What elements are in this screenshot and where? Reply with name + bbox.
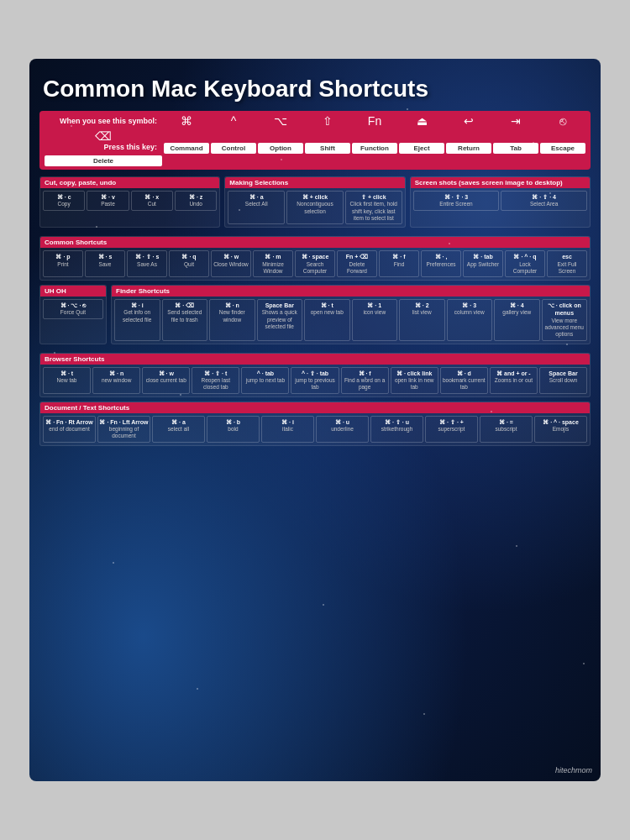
browser-title: Browser Shortcuts — [40, 354, 590, 365]
sc-br-newwin: ⌘ · nnew window — [92, 367, 140, 394]
symbol-header: When you see this symbol: ⌘ ^ ⌥ ⇧ Fn ⏏ ↩… — [45, 114, 585, 143]
shortcut-screen3: ⌘ · ⇧ · 3 Entire Screen — [413, 191, 500, 211]
key-option: Option — [258, 143, 303, 154]
poster: Common Mac Keyboard Shortcuts When you s… — [29, 59, 601, 781]
key-function: Function — [352, 143, 397, 154]
shortcut-selectall-key: ⌘ · a — [229, 193, 283, 201]
sc-delfwd: Fn + ⌫Delete Forward — [337, 250, 377, 277]
symbol-fn: Fn — [352, 114, 397, 128]
sc-forcequit: ⌘ · ⌥ · ⎋ Force Quit — [43, 299, 103, 319]
sc-br-zoom: ⌘ and + or -Zooms in or out — [490, 367, 538, 394]
shortcut-shiftclick: ⇧ + click Click first item, hold shift k… — [345, 191, 402, 224]
sc-advmenus: ⌥ · click on menusView more advanced men… — [542, 299, 588, 341]
sc-colview: ⌘ · 3column view — [447, 299, 493, 341]
sc-br-reopentab: ⌘ · ⇧ · tReopen last closed tab — [192, 367, 239, 394]
shortcut-selectall: ⌘ · a Select All — [228, 191, 285, 224]
symbol-row: When you see this symbol: ⌘ ^ ⌥ ⇧ Fn ⏏ ↩… — [39, 111, 591, 170]
selections-section: Making Selections ⌘ · a Select All ⌘ + c… — [224, 176, 405, 228]
sc-doc-strike: ⌘ · ⇧ · ustrikethrough — [370, 416, 423, 443]
common-shortcuts-title: Common Shortcuts — [40, 237, 590, 248]
sc-prefs: ⌘ · ,Preferences — [421, 250, 461, 277]
sc-preview: Space BarShows a quick preview of select… — [257, 299, 303, 341]
press-label: Press this key: — [45, 143, 162, 154]
shortcut-screen4-key: ⌘ · ⇧ · 4 — [502, 193, 585, 201]
cut-copy-shortcuts: ⌘ · c Copy ⌘ · v Paste ⌘ · x Cut ⌘ · z U… — [43, 191, 217, 211]
finder-shortcuts-list: ⌘ · iGet info on selected file ⌘ · ⌫Send… — [114, 299, 587, 341]
symbol-esc: ⎋ — [540, 114, 585, 128]
sc-listview: ⌘ · 2list view — [399, 299, 445, 341]
sc-doc-underline: ⌘ · uunderline — [316, 416, 369, 443]
browser-shortcuts-list: ⌘ · tNew tab ⌘ · nnew window ⌘ · wclose … — [43, 367, 587, 394]
key-command: Command — [164, 143, 209, 154]
sc-saveas: ⌘ · ⇧ · sSave As — [127, 250, 167, 277]
shortcut-screen3-label: Entire Screen — [415, 201, 498, 207]
key-delete: Delete — [45, 155, 162, 166]
symbol-shift: ⇧ — [305, 114, 350, 128]
shortcut-noncontig-key: ⌘ + click — [288, 193, 342, 201]
sc-br-nexttab: ^ · tabjump to next tab — [241, 367, 289, 394]
sc-iconview: ⌘ · 1icon view — [352, 299, 398, 341]
sc-save: ⌘ · sSave — [85, 250, 125, 277]
uhoh-title: UH OH — [40, 286, 106, 297]
sc-doc-begin: ⌘ · Fn · Lft Arrowbeginning of document — [97, 416, 150, 443]
shortcut-undo: ⌘ · z Undo — [175, 191, 217, 211]
browser-content: ⌘ · tNew tab ⌘ · nnew window ⌘ · wclose … — [40, 365, 590, 396]
sc-lockcomp: ⌘ · ^ · qLock Computer — [505, 250, 545, 277]
shortcut-screen4-label: Select Area — [502, 201, 585, 207]
shortcut-selectall-label: Select All — [229, 201, 283, 207]
sc-newtab: ⌘ · topen new tab — [304, 299, 350, 341]
symbol-del: ⌫ — [45, 129, 162, 143]
sc-br-scroll: Space BarScroll down — [539, 367, 587, 394]
main-title: Common Mac Keyboard Shortcuts — [39, 69, 591, 111]
finder-section: Finder Shortcuts ⌘ · iGet info on select… — [111, 285, 591, 344]
sc-doc-emoji: ⌘ · ^ · spaceEmojis — [534, 416, 587, 443]
shortcut-screen4: ⌘ · ⇧ · 4 Select Area — [501, 191, 587, 211]
row1: Cut, copy, paste, undo ⌘ · c Copy ⌘ · v … — [39, 176, 591, 232]
shortcut-copy: ⌘ · c Copy — [43, 191, 85, 211]
symbol-return: ↩ — [446, 114, 491, 128]
sc-find: ⌘ · fFind — [379, 250, 419, 277]
when-label: When you see this symbol: — [45, 117, 162, 125]
sc-doc-super: ⌘ · ⇧ · +superscript — [425, 416, 478, 443]
shortcut-undo-key: ⌘ · z — [176, 193, 215, 201]
sc-quit: ⌘ · qQuit — [169, 250, 209, 277]
shortcut-undo-label: Undo — [176, 201, 215, 207]
row3: UH OH ⌘ · ⌥ · ⎋ Force Quit Finder Shortc… — [39, 285, 591, 349]
sc-br-newtab: ⌘ · tNew tab — [43, 367, 91, 394]
key-return: Return — [446, 143, 491, 154]
shortcut-noncontig-label: Noncontiguous selection — [288, 201, 342, 215]
screenshots-content: ⌘ · ⇧ · 3 Entire Screen ⌘ · ⇧ · 4 Select… — [411, 188, 590, 213]
sc-doc-bold: ⌘ · bbold — [207, 416, 260, 443]
document-title: Document / Text Shortcuts — [40, 402, 590, 413]
sc-appsw: ⌘ · tabApp Switcher — [463, 250, 503, 277]
document-content: ⌘ · Fn · Rt Arrowend of document ⌘ · Fn … — [40, 413, 590, 445]
sc-exitfull: escExit Full Screen — [547, 250, 587, 277]
screenshots-shortcuts: ⌘ · ⇧ · 3 Entire Screen ⌘ · ⇧ · 4 Select… — [413, 191, 587, 211]
sc-fileinfo: ⌘ · iGet info on selected file — [114, 299, 160, 341]
sc-br-clicklink: ⌘ · click linkopen link in new tab — [391, 367, 438, 394]
shortcut-cut-label: Cut — [133, 201, 171, 207]
finder-title: Finder Shortcuts — [112, 286, 590, 297]
document-shortcuts-list: ⌘ · Fn · Rt Arrowend of document ⌘ · Fn … — [43, 416, 587, 443]
selections-title: Making Selections — [225, 177, 404, 188]
sc-doc-italic: ⌘ · iitalic — [261, 416, 314, 443]
sc-print: ⌘ · pPrint — [43, 250, 83, 277]
key-escape: Escape — [540, 143, 585, 154]
finder-content: ⌘ · iGet info on selected file ⌘ · ⌫Send… — [112, 297, 590, 344]
sc-spotlight: ⌘ · spaceSearch Computer — [295, 250, 335, 277]
shortcut-shiftclick-label: Click first item, hold shift key, click … — [347, 201, 401, 222]
cut-copy-title: Cut, copy, paste, undo — [40, 177, 219, 188]
sc-br-find: ⌘ · fFind a word on a page — [341, 367, 389, 394]
sc-br-closetab: ⌘ · wclose current tab — [142, 367, 190, 394]
attribution: hitechmom — [555, 766, 592, 774]
key-eject: Eject — [399, 143, 444, 154]
key-control: Control — [211, 143, 256, 154]
key-name-row: Press this key: Command Control Option S… — [45, 143, 585, 166]
shortcut-cut-key: ⌘ · x — [133, 193, 171, 201]
common-shortcuts-section: Common Shortcuts ⌘ · pPrint ⌘ · sSave ⌘ … — [39, 236, 591, 281]
browser-section: Browser Shortcuts ⌘ · tNew tab ⌘ · nnew … — [39, 353, 591, 397]
sc-galview: ⌘ · 4gallery view — [494, 299, 540, 341]
shortcut-paste: ⌘ · v Paste — [87, 191, 129, 211]
sc-doc-sub: ⌘ · =subscript — [480, 416, 533, 443]
symbol-ctrl: ^ — [211, 114, 256, 128]
